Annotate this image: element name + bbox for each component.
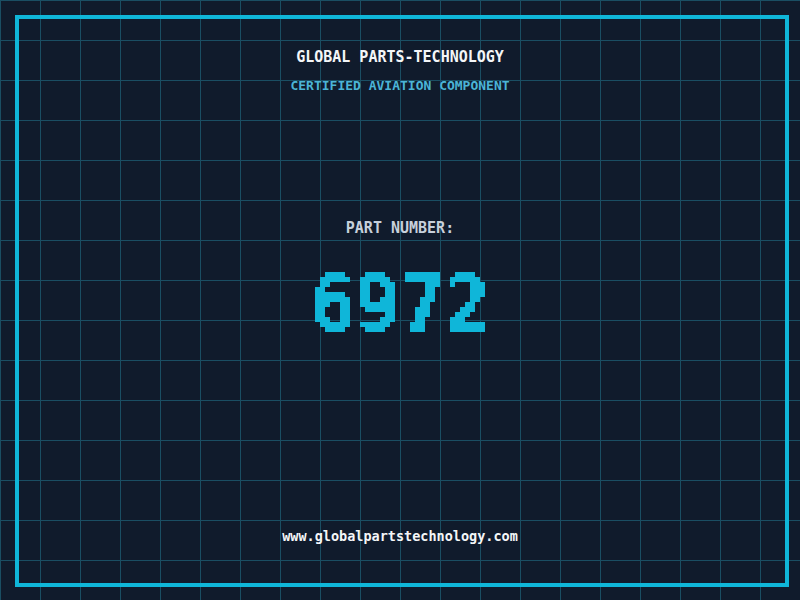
part-number-label: PART NUMBER: — [0, 220, 800, 237]
label-screen: GLOBAL PARTS-TECHNOLOGY CERTIFIED AVIATI… — [0, 0, 800, 600]
website-url: www.globalpartstechnology.com — [0, 529, 800, 544]
certification-subtitle: CERTIFIED AVIATION COMPONENT — [0, 79, 800, 93]
part-number-display: 6972 — [0, 272, 800, 332]
part-number-pixel-canvas — [315, 272, 485, 332]
company-title: GLOBAL PARTS-TECHNOLOGY — [0, 49, 800, 66]
